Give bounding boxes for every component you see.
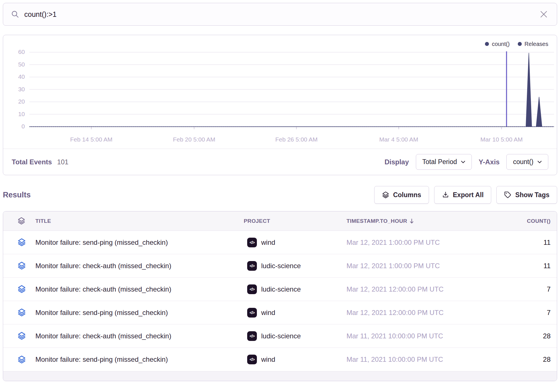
yaxis-select-value: count() [513, 158, 533, 166]
y-axis-tick-label: 60 [18, 49, 25, 55]
legend-dot-icon [518, 42, 522, 46]
stack-icon [17, 355, 26, 364]
x-axis-tick-label: Feb 20 5:00 AM [173, 136, 215, 143]
legend-label: count() [492, 41, 509, 47]
stack-icon [17, 285, 26, 293]
row-timestamp: Mar 12, 2021 12:00:00 PM UTC [347, 285, 511, 293]
row-title-link[interactable]: Monitor failure: send-ping (missed_check… [35, 239, 168, 246]
project-platform-badge: </> [247, 355, 257, 364]
yaxis-select[interactable]: count() [506, 154, 548, 170]
row-title-link[interactable]: Monitor failure: check-auth (missed_chec… [35, 285, 171, 293]
columns-button[interactable]: Columns [374, 186, 429, 204]
row-title[interactable]: Monitor failure: send-ping (missed_check… [35, 239, 244, 246]
stack-icon [382, 191, 389, 199]
column-header-count[interactable]: COUNT() [511, 218, 557, 224]
display-label: Display [384, 158, 409, 166]
chart-footer: Total Events 101 Display Total Period Y-… [3, 149, 557, 175]
total-events-label: Total Events [12, 158, 52, 166]
search-icon [11, 10, 19, 18]
row-stack-icon[interactable] [3, 332, 35, 340]
row-title-link[interactable]: Monitor failure: check-auth (missed_chec… [35, 262, 171, 270]
row-stack-icon[interactable] [3, 308, 35, 317]
x-axis-tick-label: Mar 4 5:00 AM [379, 136, 418, 143]
yaxis-label: Y-Axis [479, 158, 499, 166]
y-axis-labels: 0102030405060 [3, 50, 29, 133]
column-header-title[interactable]: TITLE [35, 218, 244, 224]
row-stack-icon[interactable] [3, 238, 35, 246]
row-project: </>ludic-science [244, 284, 347, 294]
row-project: </>wind [244, 355, 347, 364]
sort-desc-icon [410, 219, 414, 224]
discover-page: count() Releases 0102030405060 Feb 14 5:… [0, 0, 560, 381]
display-select[interactable]: Total Period [416, 154, 472, 170]
column-header-timestamp[interactable]: TIMESTAMP.TO_HOUR [347, 218, 511, 224]
row-title-link[interactable]: Monitor failure: check-auth (missed_chec… [35, 332, 171, 340]
row-title[interactable]: Monitor failure: send-ping (missed_check… [35, 355, 244, 363]
project-name: wind [261, 239, 275, 246]
clear-search-button[interactable] [539, 9, 549, 19]
row-timestamp: Mar 11, 2021 10:00:00 PM UTC [347, 332, 511, 340]
project-name: ludic-science [261, 262, 301, 270]
project-platform-badge: </> [247, 238, 257, 247]
export-all-button[interactable]: Export All [434, 186, 491, 204]
table-row: Monitor failure: send-ping (missed_check… [3, 231, 557, 254]
legend-label: Releases [525, 41, 548, 47]
y-axis-tick-label: 40 [18, 73, 25, 80]
tag-icon [504, 191, 511, 199]
row-timestamp: Mar 12, 2021 1:00:00 PM UTC [347, 262, 511, 270]
row-timestamp: Mar 12, 2021 1:00:00 PM UTC [347, 239, 511, 246]
table-row: Monitor failure: check-auth (missed_chec… [3, 254, 557, 278]
row-title[interactable]: Monitor failure: send-ping (missed_check… [35, 309, 244, 317]
y-axis-tick-label: 50 [18, 61, 25, 68]
chart-body: 0102030405060 Feb 14 5:00 AMFeb 20 5:00 … [3, 50, 557, 146]
row-count: 11 [511, 262, 557, 270]
legend-dot-icon [485, 42, 489, 46]
table-row: Monitor failure: send-ping (missed_check… [3, 301, 557, 324]
row-title[interactable]: Monitor failure: check-auth (missed_chec… [35, 262, 244, 270]
export-all-button-label: Export All [453, 191, 484, 199]
project-platform-badge: </> [247, 308, 257, 318]
row-project: </>ludic-science [244, 261, 347, 271]
x-axis-tick-label: Feb 26 5:00 AM [275, 136, 317, 143]
columns-button-label: Columns [393, 191, 421, 199]
row-project: </>ludic-science [244, 331, 347, 341]
chevron-down-icon [537, 161, 542, 163]
events-chart [29, 50, 554, 133]
column-header-project[interactable]: PROJECT [244, 218, 347, 224]
x-axis-tick-label: Feb 14 5:00 AM [70, 136, 112, 143]
table-row: Monitor failure: check-auth (missed_chec… [3, 324, 557, 348]
total-events-value: 101 [57, 158, 69, 166]
row-count: 28 [511, 355, 557, 363]
chart-legend: count() Releases [3, 40, 557, 48]
row-title-link[interactable]: Monitor failure: send-ping (missed_check… [35, 309, 168, 316]
legend-item-releases[interactable]: Releases [518, 41, 548, 47]
search-bar [3, 3, 557, 26]
timestamp-header-label: TIMESTAMP.TO_HOUR [347, 218, 407, 224]
search-input[interactable] [24, 10, 539, 19]
row-stack-icon[interactable] [3, 355, 35, 364]
results-title: Results [3, 191, 31, 199]
y-axis-tick-label: 0 [21, 123, 25, 130]
project-name: ludic-science [261, 332, 301, 340]
table-row: Monitor failure: check-auth (missed_chec… [3, 278, 557, 301]
row-count: 7 [511, 285, 557, 293]
row-timestamp: Mar 11, 2021 10:00:00 PM UTC [347, 355, 511, 363]
show-tags-button-label: Show Tags [515, 191, 549, 199]
row-title[interactable]: Monitor failure: check-auth (missed_chec… [35, 285, 244, 293]
stack-icon [17, 262, 26, 270]
row-timestamp: Mar 12, 2021 12:00:00 PM UTC [347, 309, 511, 317]
row-stack-icon[interactable] [3, 262, 35, 270]
row-stack-icon[interactable] [3, 285, 35, 293]
row-count: 11 [511, 239, 557, 246]
row-title[interactable]: Monitor failure: check-auth (missed_chec… [35, 332, 244, 340]
row-title-link[interactable]: Monitor failure: send-ping (missed_check… [35, 355, 168, 363]
x-axis-labels: Feb 14 5:00 AMFeb 20 5:00 AMFeb 26 5:00 … [29, 133, 554, 146]
legend-item-count[interactable]: count() [485, 41, 509, 47]
download-icon [442, 191, 449, 199]
project-platform-badge: </> [247, 284, 257, 294]
results-table: TITLE PROJECT TIMESTAMP.TO_HOUR COUNT() … [3, 211, 557, 381]
events-chart-panel: count() Releases 0102030405060 Feb 14 5:… [3, 35, 557, 175]
show-tags-button[interactable]: Show Tags [496, 186, 557, 204]
project-name: wind [261, 355, 275, 363]
chart-plot-area: Feb 14 5:00 AMFeb 20 5:00 AMFeb 26 5:00 … [29, 50, 554, 146]
